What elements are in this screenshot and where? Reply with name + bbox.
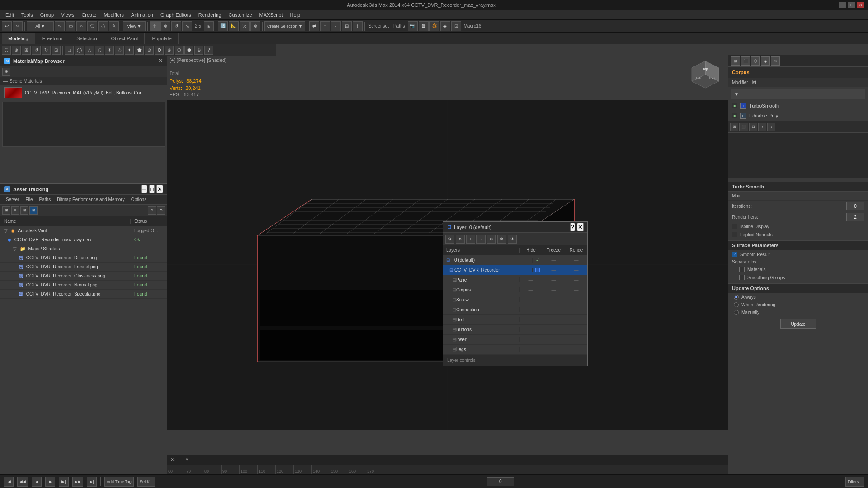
mod-stack-btn-4[interactable]: ↑ bbox=[758, 123, 766, 131]
ld-tb-freeze[interactable]: ❄ bbox=[497, 235, 506, 244]
tb-angle-snap[interactable]: 📐 bbox=[229, 21, 239, 31]
at-tb-help[interactable]: ? bbox=[148, 206, 156, 215]
rp-icon-5[interactable]: ⊕ bbox=[771, 56, 780, 66]
isoline-checkbox[interactable] bbox=[732, 224, 737, 229]
at-tb-1[interactable]: ⊞ bbox=[2, 206, 10, 215]
tab-populate[interactable]: Populate bbox=[146, 33, 178, 44]
tb-select-lasso[interactable]: ◌ bbox=[98, 21, 108, 31]
icon-tb-11[interactable]: ☀ bbox=[105, 46, 114, 55]
tb-undo[interactable]: ↩ bbox=[2, 21, 12, 31]
icon-tb-13[interactable]: ✦ bbox=[125, 46, 134, 55]
icon-tb-19[interactable]: ⬢ bbox=[184, 46, 193, 55]
mod-stack-btn-2[interactable]: ⬛ bbox=[739, 123, 748, 131]
tb-percent-snap[interactable]: % bbox=[240, 21, 250, 31]
menu-tools[interactable]: Tools bbox=[18, 11, 37, 19]
tb-select-all-dropdown[interactable]: All ▼ bbox=[27, 21, 54, 31]
menu-create[interactable]: Create bbox=[78, 11, 100, 19]
layer-row-legs[interactable]: ⊟ Legs — — — bbox=[443, 345, 587, 355]
tb-render4[interactable]: ◈ bbox=[440, 21, 450, 31]
layers-close-btn[interactable]: ✕ bbox=[577, 223, 584, 231]
at-row-glossiness[interactable]: 🖼 CCTV_DVR_Recorder_Glossiness.png Found bbox=[0, 272, 167, 281]
ld-tb-add[interactable]: + bbox=[466, 235, 475, 244]
rp-icon-3[interactable]: ⬡ bbox=[751, 56, 760, 66]
update-button[interactable]: Update bbox=[780, 319, 816, 329]
iterations-value[interactable]: 0 bbox=[846, 202, 864, 210]
tab-freeform[interactable]: Freeform bbox=[36, 33, 70, 44]
icon-tb-6[interactable]: ⊡ bbox=[52, 46, 61, 55]
modifier-turbosmooth[interactable]: ■ T TurboSmooth bbox=[728, 101, 868, 111]
always-radio[interactable] bbox=[734, 295, 739, 300]
tab-modeling[interactable]: Modeling bbox=[2, 33, 35, 44]
tb-select-paint[interactable]: ✎ bbox=[109, 21, 119, 31]
menu-graph-editors[interactable]: Graph Editors bbox=[157, 11, 195, 19]
playback-next-key[interactable]: ▶▶ bbox=[72, 477, 83, 487]
tb-spinner-snap[interactable]: ⊛ bbox=[250, 21, 260, 31]
mat-tb-1[interactable]: ⊕ bbox=[2, 68, 10, 76]
maximize-button[interactable]: □ bbox=[848, 2, 855, 8]
layer-row-insert[interactable]: ⊟ Insert — — — bbox=[443, 335, 587, 345]
at-menu-file[interactable]: File bbox=[23, 196, 35, 203]
icon-tb-8[interactable]: ◯ bbox=[75, 46, 84, 55]
icon-tb-17[interactable]: ⊛ bbox=[165, 46, 174, 55]
menu-group[interactable]: Group bbox=[37, 11, 58, 19]
asset-tracking-minimize[interactable]: ─ bbox=[141, 185, 147, 193]
tb-render5[interactable]: ⊡ bbox=[451, 21, 461, 31]
at-row-specular[interactable]: 🖼 CCTV_DVR_Recorder_Specular.png Found bbox=[0, 290, 167, 299]
icon-tb-14[interactable]: ⬟ bbox=[135, 46, 144, 55]
menu-modifiers[interactable]: Modifiers bbox=[100, 11, 127, 19]
navigation-cube[interactable]: Top Left Front bbox=[687, 59, 723, 95]
at-menu-paths[interactable]: Paths bbox=[37, 196, 54, 203]
tb-view-dropdown[interactable]: View ▼ bbox=[123, 21, 146, 31]
manually-radio[interactable] bbox=[734, 310, 739, 315]
icon-tb-20[interactable]: ⊕ bbox=[194, 46, 203, 55]
icon-tb-10[interactable]: ⬡ bbox=[95, 46, 104, 55]
menu-views[interactable]: Views bbox=[57, 11, 78, 19]
smoothing-groups-checkbox[interactable] bbox=[739, 275, 745, 280]
icon-tb-18[interactable]: ⬡ bbox=[175, 46, 184, 55]
icon-tb-12[interactable]: ◎ bbox=[115, 46, 124, 55]
filters-btn[interactable]: Filters... bbox=[845, 477, 864, 487]
tb-redo[interactable]: ↪ bbox=[13, 21, 23, 31]
at-row-normal[interactable]: 🖼 CCTV_DVR_Recorder_Normal.png Found bbox=[0, 281, 167, 290]
playback-prev[interactable]: ◀ bbox=[32, 477, 42, 487]
menu-maxscript[interactable]: MAXScript bbox=[256, 11, 287, 19]
layers-help-btn[interactable]: ? bbox=[570, 223, 575, 231]
tab-selection[interactable]: Selection bbox=[70, 33, 104, 44]
tb-select-arrow[interactable]: ↖ bbox=[55, 21, 65, 31]
material-browser-close[interactable]: ✕ bbox=[158, 57, 163, 64]
icon-tb-2[interactable]: ⊕ bbox=[12, 46, 21, 55]
ld-tb-select[interactable]: ⊕ bbox=[487, 235, 496, 244]
tb-render-scene[interactable]: 📷 bbox=[408, 21, 418, 31]
menu-animation[interactable]: Animation bbox=[127, 11, 157, 19]
ld-tb-move-to[interactable]: → bbox=[476, 235, 486, 244]
tb-layer[interactable]: ⊟ bbox=[342, 21, 352, 31]
menu-rendering[interactable]: Rendering bbox=[195, 11, 225, 19]
layer-row-connection[interactable]: ⊟ Connection — — — bbox=[443, 305, 587, 315]
icon-tb-3[interactable]: ⊞ bbox=[22, 46, 31, 55]
tb-align2[interactable]: ⫠ bbox=[331, 21, 341, 31]
ld-tb-hide[interactable]: 👁 bbox=[508, 235, 517, 244]
render-iters-value[interactable]: 2 bbox=[846, 213, 864, 221]
at-row-main-file[interactable]: ◆ CCTV_DVR_Recorder_max_vray.max Ok bbox=[0, 235, 167, 244]
asset-tracking-maximize[interactable]: □ bbox=[149, 185, 155, 193]
material-item[interactable]: CCTV_DVR_Recorder_MAT (VRayMtl) [Bolt, B… bbox=[0, 85, 167, 100]
layer-row-screw[interactable]: ⊟ Screw — — — bbox=[443, 295, 587, 305]
mod-stack-btn-3[interactable]: ⊟ bbox=[749, 123, 757, 131]
tb-select-circle[interactable]: ○ bbox=[76, 21, 86, 31]
layer-row-panel[interactable]: ⊟ Panel — — — bbox=[443, 275, 587, 285]
tb-select-move[interactable]: ✛ bbox=[150, 21, 160, 31]
modifier-dropdown[interactable]: ▼ bbox=[731, 89, 865, 99]
playback-start[interactable]: |◀ bbox=[4, 477, 14, 487]
at-tb-4[interactable]: ⊡ bbox=[29, 206, 38, 215]
tb-align[interactable]: ≡ bbox=[320, 21, 330, 31]
at-tb-3[interactable]: ⊟ bbox=[20, 206, 28, 215]
tb-curve[interactable]: ⌇ bbox=[353, 21, 363, 31]
tb-create-selection[interactable]: Create Selection ▼ bbox=[264, 21, 305, 31]
icon-tb-7[interactable]: □ bbox=[65, 46, 74, 55]
tb-select-rect[interactable]: ▭ bbox=[66, 21, 75, 31]
icon-tb-1[interactable]: ⬡ bbox=[2, 46, 11, 55]
layer-row-corpus[interactable]: ⊟ Corpus — — — bbox=[443, 285, 587, 295]
at-menu-server[interactable]: Server bbox=[3, 196, 22, 203]
rp-icon-4[interactable]: ◈ bbox=[761, 56, 770, 66]
tb-scale[interactable]: ⤡ bbox=[182, 21, 192, 31]
